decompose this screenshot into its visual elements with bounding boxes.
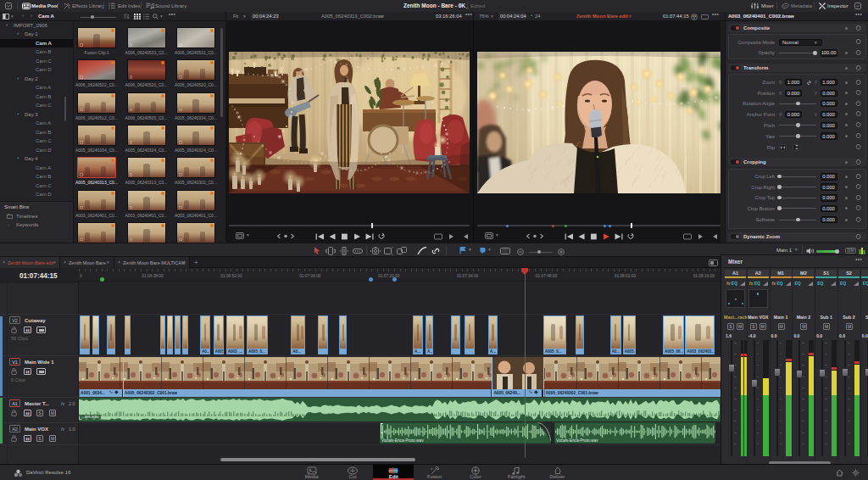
- svg-text:Vocals-Erica-Proto.wav: Vocals-Erica-Proto.wav: [381, 438, 424, 443]
- svg-text:Vocals-Erica-Proto.wav: Vocals-Erica-Proto.wav: [556, 438, 598, 443]
